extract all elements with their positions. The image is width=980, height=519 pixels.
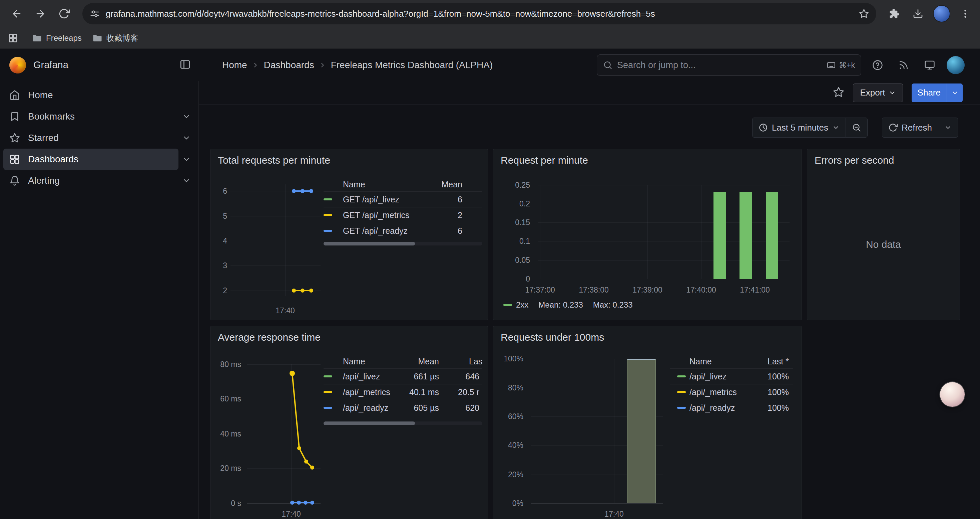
reload-button[interactable] <box>55 4 73 23</box>
profile-avatar[interactable] <box>932 4 951 23</box>
table-scrollbar[interactable] <box>323 422 482 425</box>
panel-title[interactable]: Total requests per minute <box>218 155 330 166</box>
refresh-label: Refresh <box>902 123 932 133</box>
series-swatch <box>323 375 332 377</box>
sidebar-item-dashboards[interactable]: Dashboards <box>3 149 199 170</box>
menu-kebab-icon[interactable] <box>956 4 975 23</box>
grafana-logo[interactable] <box>10 57 26 73</box>
y-tick: 40% <box>493 441 523 450</box>
search-input[interactable] <box>617 60 827 70</box>
url-bar[interactable] <box>83 3 876 24</box>
bar-2xx <box>713 192 726 279</box>
legend-table: Name Mean Las /api/_livez 661 µs 646 /ap… <box>323 355 482 415</box>
favorite-star-icon[interactable] <box>833 86 844 99</box>
sidebar-item-label: Starred <box>28 133 59 143</box>
panel-title[interactable]: Errors per second <box>815 155 894 166</box>
refresh-button[interactable]: Refresh <box>882 118 938 137</box>
dashboard-toolbar: Export Share <box>199 81 980 105</box>
column-header-name[interactable]: Name <box>343 180 365 189</box>
forward-button[interactable] <box>31 4 50 23</box>
downloads-icon[interactable] <box>908 4 927 23</box>
sidebar-item-bookmarks[interactable]: Bookmarks <box>3 106 199 127</box>
panel-total-requests: Total requests per minute 6 5 4 3 2 17:4… <box>210 149 488 320</box>
column-header-mean[interactable]: Mean <box>418 357 439 366</box>
sidebar-item-starred[interactable]: Starred <box>3 127 199 149</box>
panel-request-per-minute: Request per minute 0.25 0.2 0.15 0.1 0.0… <box>493 149 802 320</box>
legend-label: 2xx <box>516 300 528 310</box>
bar-stacked-100pct <box>627 359 656 503</box>
series-swatch <box>323 391 332 393</box>
bookmark-star-icon[interactable] <box>859 9 869 19</box>
kiosk-mode-button[interactable] <box>921 56 939 74</box>
series-last: 100% <box>767 372 789 382</box>
column-header-last[interactable]: Last * <box>767 357 789 366</box>
bookmark-icon <box>10 111 20 122</box>
extensions-icon[interactable] <box>885 4 904 23</box>
chevron-down-icon[interactable] <box>180 153 192 165</box>
bookmark-folder-blogs[interactable]: 收藏博客 <box>87 29 144 47</box>
series-swatch <box>323 407 332 409</box>
share-label: Share <box>918 88 941 98</box>
panel-title[interactable]: Request per minute <box>501 155 588 166</box>
y-tick: 0.25 <box>493 181 530 190</box>
site-settings-icon[interactable] <box>90 9 100 19</box>
user-avatar[interactable] <box>947 56 965 74</box>
series-swatch <box>323 230 332 232</box>
column-header-last[interactable]: Las <box>469 357 482 366</box>
chevron-down-icon[interactable] <box>180 110 192 123</box>
chevron-down-icon[interactable] <box>180 132 192 144</box>
series-last: 20.5 r <box>458 387 479 397</box>
export-button[interactable]: Export <box>853 83 903 102</box>
table-header: Name Last * <box>670 355 793 368</box>
user-avatar-image <box>947 56 965 74</box>
sidebar-item-label: Alerting <box>28 175 60 186</box>
breadcrumb-home[interactable]: Home <box>222 60 247 70</box>
zoom-out-icon <box>852 123 861 132</box>
y-tick: 3 <box>210 261 227 270</box>
dock-sidebar-icon[interactable] <box>180 59 191 70</box>
apps-grid-icon[interactable] <box>4 29 22 47</box>
bookmark-folder-freeleaps[interactable]: Freeleaps <box>27 29 87 47</box>
y-tick: 60% <box>493 412 523 421</box>
news-button[interactable] <box>895 56 913 74</box>
sidebar-item-alerting[interactable]: Alerting <box>3 170 199 192</box>
floating-assistant-avatar[interactable] <box>940 382 965 407</box>
help-button[interactable] <box>869 56 886 74</box>
sidebar-item-home[interactable]: Home <box>3 85 199 106</box>
chevron-down-icon <box>889 89 896 96</box>
scrollbar-thumb[interactable] <box>323 242 415 246</box>
x-tick: 17:40 <box>282 509 301 519</box>
export-label: Export <box>860 88 885 98</box>
table-scrollbar[interactable] <box>323 242 482 246</box>
time-range-picker[interactable]: Last 5 minutes <box>752 118 846 137</box>
series-mean: 6 <box>458 226 462 236</box>
reload-icon <box>58 8 70 19</box>
series-last: 100% <box>767 387 789 397</box>
zoom-out-button[interactable] <box>846 118 868 137</box>
panel-title[interactable]: Average response time <box>218 332 321 343</box>
panel-title[interactable]: Requests under 100ms <box>501 332 604 343</box>
monitor-icon <box>924 60 935 70</box>
scrollbar-thumb[interactable] <box>323 422 415 425</box>
search-box[interactable]: ⌘+k <box>597 54 861 76</box>
legend-item-2xx[interactable]: 2xx <box>503 300 528 310</box>
breadcrumb-dashboards[interactable]: Dashboards <box>264 60 314 70</box>
refresh-interval-chevron[interactable] <box>938 118 958 137</box>
series-swatch <box>677 391 686 393</box>
refresh-group: Refresh <box>882 118 958 137</box>
table-row: GET /api/_metrics 2 <box>323 207 482 223</box>
series-mean: 605 µs <box>414 403 439 413</box>
column-header-mean[interactable]: Mean <box>441 180 462 189</box>
chevron-down-icon[interactable] <box>180 175 192 187</box>
table-row: /api/_metrics 40.1 ms 20.5 r <box>323 384 482 400</box>
y-tick: 80 ms <box>210 360 241 369</box>
share-menu-chevron[interactable] <box>947 83 963 102</box>
column-header-name[interactable]: Name <box>689 357 712 366</box>
column-header-name[interactable]: Name <box>343 357 365 366</box>
share-button[interactable]: Share <box>912 83 947 102</box>
back-button[interactable] <box>7 4 26 23</box>
x-tick: 17:40 <box>605 509 624 519</box>
panel-errors-per-second: Errors per second No data <box>807 149 960 320</box>
url-input[interactable] <box>106 4 853 24</box>
series-swatch <box>677 407 686 409</box>
